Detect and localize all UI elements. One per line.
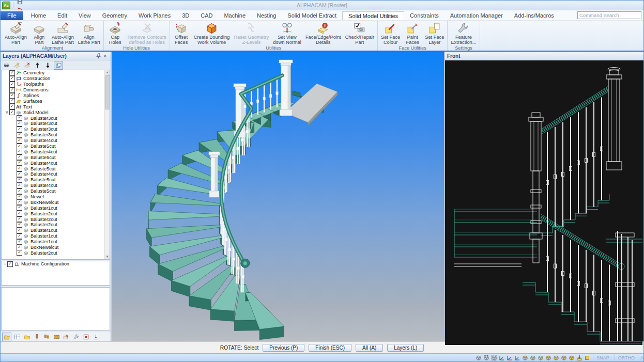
new-layer-icon[interactable] bbox=[12, 61, 21, 69]
cube-face-bottom-icon[interactable] bbox=[560, 354, 568, 361]
layer-checkbox[interactable]: ✓ bbox=[17, 149, 22, 154]
axis-uvw-icon[interactable] bbox=[498, 354, 505, 361]
tool-library-icon[interactable] bbox=[52, 333, 60, 341]
layer-item[interactable]: ✓Baluster3cut bbox=[2, 127, 110, 132]
layer-item[interactable]: ✓Baluste5cut bbox=[2, 144, 110, 149]
close-icon[interactable]: × bbox=[102, 53, 109, 59]
flat-land-icon[interactable] bbox=[583, 354, 591, 361]
tool-icon[interactable] bbox=[33, 333, 41, 341]
layer-item[interactable]: ✓Baluste5cut bbox=[2, 188, 110, 194]
tool-change-icon[interactable] bbox=[42, 333, 51, 341]
layer-item[interactable]: ✓Baluste5cut bbox=[2, 177, 110, 183]
layer-checkbox[interactable]: ✓ bbox=[17, 177, 22, 183]
layer-checkbox[interactable]: ✓ bbox=[17, 154, 22, 160]
layer-item[interactable]: ✓AbText bbox=[2, 104, 110, 109]
layer-checkbox[interactable]: ✓ bbox=[17, 194, 22, 200]
layer-item[interactable]: ✓Baluster3cut bbox=[2, 115, 110, 121]
tab-solid-model-utilities[interactable]: Solid Model Utilities bbox=[342, 11, 404, 20]
tab-constraints[interactable]: Constraints bbox=[404, 11, 444, 20]
set-face-colour-button[interactable]: Set FaceColour bbox=[379, 21, 402, 45]
layer-checkbox[interactable]: ✓ bbox=[17, 211, 22, 216]
layer-checkbox[interactable]: ✓ bbox=[17, 166, 22, 171]
layer-checkbox[interactable]: ✓ bbox=[9, 104, 15, 109]
command-search-input[interactable] bbox=[577, 11, 641, 19]
layer-item[interactable]: ✓Baluster1cut bbox=[2, 228, 110, 233]
set-view-down-normal-button[interactable]: Set Viewdown Normal bbox=[271, 21, 303, 45]
spanner-icon[interactable] bbox=[72, 333, 80, 341]
layer-checkbox[interactable]: ✓ bbox=[9, 76, 15, 82]
layer-item[interactable]: ✓Baluster1cut bbox=[2, 239, 110, 245]
layer-checkbox[interactable]: ✓ bbox=[9, 70, 15, 76]
cap-holes-button[interactable]: CapHoles bbox=[105, 21, 126, 45]
find-layer-icon[interactable] bbox=[2, 61, 10, 69]
tab-automation-manager[interactable]: Automation Manager bbox=[444, 11, 509, 20]
tab-machine[interactable]: Machine bbox=[218, 11, 251, 20]
layer-checkbox[interactable]: ✓ bbox=[9, 98, 15, 104]
status-toggle-snap[interactable]: SNAP bbox=[593, 355, 612, 360]
z-down-icon[interactable] bbox=[575, 354, 583, 361]
align-part-button[interactable]: AlignPart bbox=[29, 21, 50, 45]
layer-checkbox[interactable]: ✓ bbox=[17, 250, 22, 256]
layer-checkbox[interactable]: ✓ bbox=[17, 233, 22, 239]
layer-item[interactable]: ✓Baluster4cut bbox=[2, 149, 110, 154]
tab-3d[interactable]: 3D bbox=[176, 11, 195, 20]
auto-align-lathe-part-button[interactable]: Auto-AlignLathe Part bbox=[50, 21, 76, 45]
cube-face-front-icon[interactable] bbox=[529, 354, 536, 361]
machining-cell-icon[interactable] bbox=[82, 333, 90, 341]
expand-arrow-icon[interactable]: ∨ bbox=[5, 110, 9, 115]
paint-faces-button[interactable]: PaintFaces bbox=[402, 21, 423, 45]
machine-config-item[interactable]: › ✓ Machine Configuration bbox=[2, 261, 110, 267]
layer-output-icon[interactable] bbox=[62, 333, 70, 341]
layer-checkbox[interactable]: ✓ bbox=[17, 115, 22, 121]
tab-cad[interactable]: CAD bbox=[195, 11, 218, 20]
layer-item[interactable]: ✓Baluster3cut bbox=[2, 132, 110, 138]
delete-layer-icon[interactable] bbox=[23, 61, 31, 69]
layer-checkbox[interactable]: ✓ bbox=[17, 144, 22, 149]
cube-face-left-icon[interactable] bbox=[536, 354, 544, 361]
set-face-layer-button[interactable]: Set FaceLayer bbox=[423, 21, 446, 45]
cube-face-top-icon[interactable] bbox=[521, 354, 529, 361]
front-view-canvas[interactable] bbox=[445, 60, 643, 341]
layer-item[interactable]: ✓Baluster1cut bbox=[2, 205, 110, 211]
layer-item[interactable]: ✓Construction bbox=[2, 76, 110, 82]
layer-checkbox[interactable]: ✓ bbox=[17, 138, 22, 144]
scroll-up-arrow[interactable]: ▲ bbox=[105, 70, 110, 75]
tree-scrollbar[interactable]: ▲ ▼ bbox=[104, 70, 110, 259]
axis-xyz-icon[interactable] bbox=[505, 354, 513, 361]
tab-work-planes[interactable]: Work Planes bbox=[133, 11, 176, 20]
layer-checkbox[interactable]: ✓ bbox=[17, 199, 22, 205]
tab-edit[interactable]: Edit bbox=[52, 11, 73, 20]
layer-item[interactable]: ✓Baluste5cut bbox=[2, 166, 110, 171]
layer-checkbox[interactable]: ✓ bbox=[17, 121, 22, 127]
layer-item[interactable]: ✓Surfaces bbox=[2, 98, 110, 104]
layer-item[interactable]: ✓Baluster4cut bbox=[2, 171, 110, 177]
layer-checkbox[interactable]: ✓ bbox=[17, 228, 22, 233]
layer-item[interactable]: ✓Dimensions bbox=[2, 87, 110, 93]
layer-item[interactable]: ✓Baluster2cut bbox=[2, 250, 110, 256]
check-repair-part-button[interactable]: Check/RepairPart bbox=[343, 21, 376, 45]
axis-z-icon[interactable] bbox=[513, 354, 521, 361]
layer-checkbox[interactable]: ✓ bbox=[9, 93, 15, 99]
face-edge-point-details-button[interactable]: Face/Edge/PointDetails bbox=[303, 21, 343, 45]
layer-checkbox[interactable]: ✓ bbox=[17, 239, 22, 245]
layer-item[interactable]: ✓Baluster4cut bbox=[2, 183, 110, 188]
move-up-icon[interactable] bbox=[33, 61, 41, 69]
tab-add-ins-macros[interactable]: Add-Ins/Macros bbox=[509, 11, 560, 20]
viewport-3d[interactable] bbox=[112, 52, 444, 341]
machine-config-checkbox[interactable]: ✓ bbox=[7, 261, 13, 267]
prompt-button-all-a-[interactable]: All (A) bbox=[356, 344, 383, 352]
prompt-button-layers-l-[interactable]: Layers (L) bbox=[387, 344, 424, 352]
layer-checkbox[interactable]: ✓ bbox=[17, 127, 22, 132]
layer-checkbox[interactable]: ✓ bbox=[9, 87, 15, 93]
layer-checkbox[interactable]: ✓ bbox=[17, 245, 22, 250]
scroll-thumb[interactable] bbox=[105, 75, 110, 109]
qat-customize-icon[interactable] bbox=[16, 20, 23, 27]
layer-checkbox[interactable]: ✓ bbox=[9, 82, 15, 87]
view-rotate-icon[interactable] bbox=[482, 354, 490, 361]
layer-item[interactable]: ✓Baluster2cut bbox=[2, 222, 110, 228]
tab-file[interactable]: File bbox=[1, 11, 23, 20]
tab-nesting[interactable]: Nesting bbox=[251, 11, 282, 20]
sheet-database-icon[interactable] bbox=[13, 333, 21, 341]
layer-checkbox[interactable]: ✓ bbox=[17, 222, 22, 228]
expand-arrow-icon[interactable]: › bbox=[3, 262, 7, 266]
